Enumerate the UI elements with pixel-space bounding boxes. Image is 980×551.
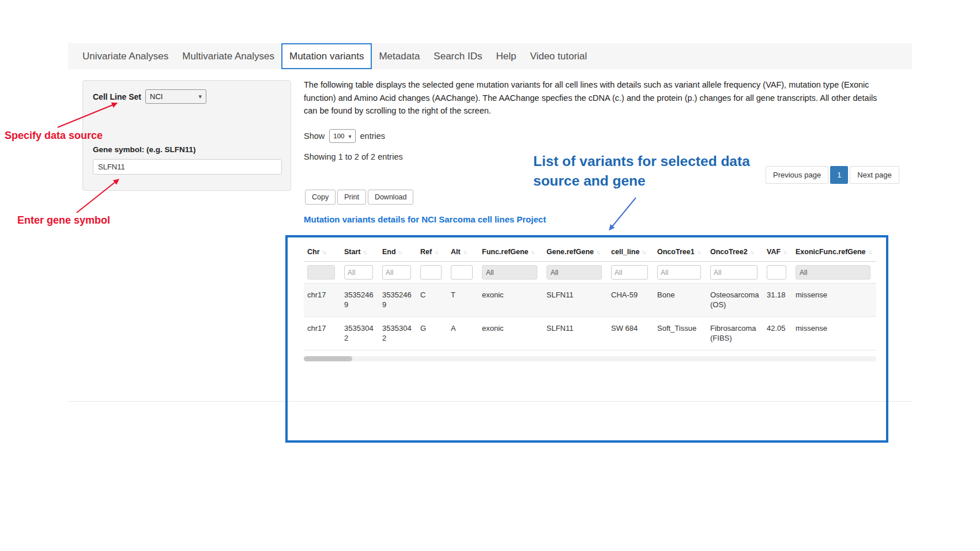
column-header-exonicfunc-refgene[interactable]: ExonicFunc.refGene↑↓ (792, 244, 876, 262)
annotation-specify-data-source: Specify data source (5, 130, 103, 142)
filter-cell: All (543, 262, 608, 284)
tab-video-tutorial[interactable]: Video tutorial (523, 43, 594, 69)
filter-select-exonicfunc-refgene[interactable]: All (796, 265, 870, 280)
column-label: Start (344, 248, 360, 256)
filter-input-oncotree2[interactable] (710, 265, 757, 280)
arrow-to-variants-table (609, 198, 636, 230)
column-header-start[interactable]: Start↑↓ (341, 244, 379, 262)
show-entries-row: Show 100 ▾ entries (304, 129, 385, 143)
filter-input-ref[interactable] (420, 265, 442, 280)
filter-select-chr[interactable] (307, 265, 335, 280)
previous-page-button[interactable]: Previous page (766, 166, 828, 184)
cell-alt: A (447, 317, 478, 350)
table-description: The following table displays the selecte… (304, 78, 879, 118)
pagination: Previous page 1 Next page (766, 166, 899, 184)
cell-chr: chr17 (304, 284, 341, 317)
tab-mutation-variants[interactable]: Mutation variants (281, 43, 372, 69)
cell-exonicfunc-refgene: missense (792, 317, 876, 350)
table-title-link[interactable]: Mutation variants details for NCI Sarcom… (304, 214, 546, 224)
filter-cell (379, 262, 417, 284)
cell-oncotree1: Soft_Tissue (654, 317, 707, 350)
filter-cell (608, 262, 654, 284)
column-header-func-refgene[interactable]: Func.refGene↑↓ (478, 244, 543, 262)
tab-search-ids[interactable]: Search IDs (427, 43, 489, 69)
column-label: OncoTree1 (657, 248, 695, 256)
cell-vaf: 42.05 (763, 317, 792, 350)
filter-cell (707, 262, 763, 284)
filter-select-gene-refgene[interactable]: All (546, 265, 602, 280)
sort-icon[interactable]: ↑↓ (531, 249, 534, 255)
sort-icon[interactable]: ↑↓ (363, 249, 366, 255)
copy-button[interactable]: Copy (305, 190, 336, 205)
filter-input-vaf[interactable] (767, 265, 786, 280)
tab-multivariate-analyses[interactable]: Multivariate Analyses (175, 43, 281, 69)
gene-symbol-input[interactable] (93, 159, 282, 175)
sort-icon[interactable]: ↑↓ (697, 249, 700, 255)
annotation-enter-gene-symbol: Enter gene symbol (17, 214, 110, 227)
column-header-alt[interactable]: Alt↑↓ (447, 244, 478, 262)
column-header-vaf[interactable]: VAF↑↓ (763, 244, 792, 262)
column-header-cell-line[interactable]: cell_line↑↓ (608, 244, 654, 262)
filter-input-cell-line[interactable] (611, 265, 648, 280)
table-header-row: Chr↑↓Start↑↓End↑↓Ref↑↓Alt↑↓Func.refGene↑… (304, 244, 876, 262)
gene-symbol-label: Gene symbol: (e.g. SLFN11) (93, 145, 196, 154)
column-label: Alt (451, 248, 461, 256)
tab-help[interactable]: Help (489, 43, 523, 69)
column-header-oncotree2[interactable]: OncoTree2↑↓ (707, 244, 763, 262)
sort-icon[interactable]: ↑↓ (783, 249, 786, 255)
control-panel: Cell Line Set NCI ▾ Gene symbol: (e.g. S… (82, 80, 291, 191)
cell-cell-line: CHA-59 (608, 284, 654, 317)
page: Univariate Analyses Multivariate Analyse… (0, 0, 980, 551)
show-label: Show (304, 131, 325, 141)
filter-input-end[interactable] (382, 265, 411, 280)
sort-icon[interactable]: ↑↓ (642, 249, 645, 255)
column-header-ref[interactable]: Ref↑↓ (417, 244, 447, 262)
horizontal-scrollbar[interactable] (304, 356, 876, 361)
sort-icon[interactable]: ↑↓ (596, 249, 600, 255)
filter-select-func-refgene[interactable]: All (482, 265, 537, 280)
cell-gene-refgene: SLFN11 (543, 317, 608, 350)
table-buttons: Copy Print Download (305, 190, 413, 205)
cell-oncotree2: Fibrosarcoma (FIBS) (707, 317, 763, 350)
sort-icon[interactable]: ↑↓ (434, 249, 438, 255)
tab-univariate-analyses[interactable]: Univariate Analyses (76, 43, 175, 69)
top-nav: Univariate Analyses Multivariate Analyse… (68, 43, 912, 69)
column-header-chr[interactable]: Chr↑↓ (304, 244, 341, 262)
download-button[interactable]: Download (368, 190, 414, 205)
entries-label: entries (360, 131, 386, 141)
print-button[interactable]: Print (337, 190, 366, 205)
filter-input-start[interactable] (344, 265, 373, 280)
annotation-list-of-variants: List of variants for selected data sourc… (533, 152, 764, 191)
sort-icon[interactable]: ↑↓ (750, 249, 753, 255)
sort-icon[interactable]: ↑↓ (463, 249, 466, 255)
column-header-gene-refgene[interactable]: Gene.refGene↑↓ (543, 244, 608, 262)
filter-cell (654, 262, 707, 284)
filter-input-alt[interactable] (451, 265, 473, 280)
entries-per-page-select[interactable]: 100 ▾ (329, 129, 355, 143)
tab-metadata[interactable]: Metadata (372, 43, 427, 69)
cell-oncotree1: Bone (654, 284, 707, 317)
cell-line-set-select[interactable]: NCI ▾ (145, 89, 206, 104)
sort-icon[interactable]: ↑↓ (868, 249, 872, 255)
sort-icon[interactable]: ↑↓ (322, 249, 326, 255)
table-row[interactable]: chr173535304235353042GAexonicSLFN11SW 68… (304, 317, 876, 350)
cell-end: 35352469 (379, 284, 417, 317)
column-label: Gene.refGene (546, 248, 594, 256)
page-number-1[interactable]: 1 (830, 166, 848, 184)
filter-cell (341, 262, 379, 284)
filter-cell (304, 262, 341, 284)
cell-ref: G (417, 317, 447, 350)
column-label: End (382, 248, 396, 256)
cell-func-refgene: exonic (478, 284, 543, 317)
cell-end: 35353042 (379, 317, 417, 350)
table-row[interactable]: chr173535246935352469CTexonicSLFN11CHA-5… (304, 284, 876, 317)
filter-cell: All (792, 262, 876, 284)
cell-start: 35352469 (341, 284, 379, 317)
column-header-end[interactable]: End↑↓ (379, 244, 417, 262)
next-page-button[interactable]: Next page (850, 166, 899, 184)
filter-input-oncotree1[interactable] (657, 265, 701, 280)
column-header-oncotree1[interactable]: OncoTree1↑↓ (654, 244, 707, 262)
entries-per-page-value: 100 (333, 133, 344, 139)
sort-icon[interactable]: ↑↓ (398, 249, 402, 255)
scrollbar-thumb[interactable] (304, 356, 352, 361)
